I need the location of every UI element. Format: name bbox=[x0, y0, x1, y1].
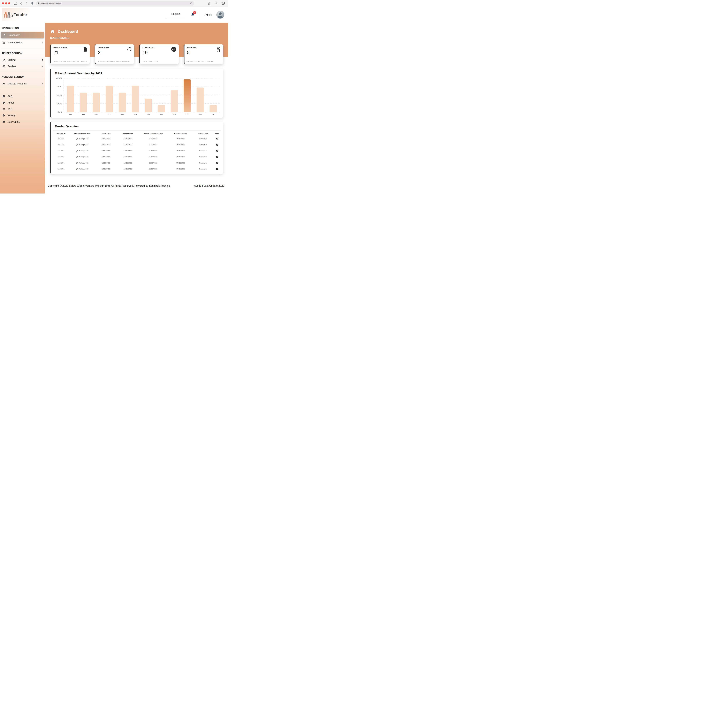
y-tick-label: RM 75 bbox=[57, 86, 62, 88]
svg-text:?: ? bbox=[3, 95, 4, 97]
table-cell: 12/12/2022 bbox=[95, 150, 117, 152]
view-button[interactable] bbox=[213, 168, 221, 170]
table-row: abc1234QA Package 47212/12/202216/12/202… bbox=[53, 154, 221, 160]
check-circle-icon bbox=[171, 47, 176, 52]
bar-slot bbox=[168, 78, 181, 112]
view-button[interactable] bbox=[213, 144, 221, 146]
table-cell: abc1234 bbox=[53, 150, 69, 152]
view-button[interactable] bbox=[213, 138, 221, 140]
sidebar-item-tc[interactable]: T&C bbox=[0, 106, 45, 112]
view-button[interactable] bbox=[213, 150, 221, 152]
logo-text: yTender bbox=[11, 12, 27, 17]
table-cell: QA Package 472 bbox=[69, 150, 95, 152]
stat-card-completed: COMPLETED 10 TOTAL COMPLETED bbox=[139, 44, 179, 64]
url-text: MyTender.TenderProvider bbox=[40, 2, 61, 5]
window-close-button[interactable] bbox=[2, 2, 4, 4]
reload-icon[interactable] bbox=[190, 2, 192, 5]
stat-value: 21 bbox=[54, 50, 87, 55]
view-button[interactable] bbox=[213, 156, 221, 158]
forward-button[interactable] bbox=[24, 1, 29, 6]
user-name: Admin bbox=[205, 13, 212, 16]
table-row: abc1234QA Package 47212/12/202216/12/202… bbox=[53, 142, 221, 148]
column-header: View bbox=[213, 133, 221, 135]
chart-bars bbox=[64, 78, 220, 112]
avatar[interactable] bbox=[216, 11, 224, 18]
list-icon bbox=[2, 108, 5, 110]
share-icon[interactable] bbox=[207, 1, 211, 6]
table-cell: RM 1234.56 bbox=[167, 144, 194, 145]
bar-slot bbox=[103, 78, 116, 112]
sidebar-item-label: Privacy bbox=[8, 114, 15, 117]
stat-value: 8 bbox=[187, 50, 221, 55]
bar-slot bbox=[206, 78, 220, 112]
column-header: Package Tender Title bbox=[69, 133, 95, 135]
window-minimize-button[interactable] bbox=[5, 2, 7, 4]
y-tick-label: RM 100 bbox=[56, 78, 62, 79]
sidebar-item-dashboard[interactable]: Dashboard bbox=[1, 32, 44, 38]
table-cell: 16/12/2022 bbox=[117, 138, 139, 140]
table-cell: abc1234 bbox=[53, 156, 69, 158]
sidebar: MAIN SECTION Dashboard Tender Notice TEN… bbox=[0, 23, 45, 194]
table-cell: RM 1234.56 bbox=[167, 168, 194, 170]
chart-bar-may bbox=[119, 93, 126, 112]
page-title: Dashboard bbox=[58, 29, 78, 34]
table-cell: 25/12/2022 bbox=[139, 162, 168, 164]
shield-icon[interactable] bbox=[30, 1, 35, 6]
x-tick-label: Sept bbox=[168, 113, 180, 115]
sidebar-item-label: Dashboard bbox=[8, 34, 20, 37]
sidebar-item-bidding[interactable]: Bidding bbox=[0, 57, 45, 63]
sidebar-item-tender-notice[interactable]: Tender Notice bbox=[0, 39, 45, 46]
bar-slot bbox=[155, 78, 168, 112]
table-cell: 12/12/2022 bbox=[95, 162, 117, 164]
notification-bell-icon[interactable]: 45 bbox=[191, 13, 194, 17]
language-selector[interactable]: English bbox=[166, 12, 185, 18]
table-cell: 25/12/2022 bbox=[139, 168, 168, 170]
view-button[interactable] bbox=[213, 162, 221, 164]
table-cell: Completed bbox=[194, 150, 213, 152]
chart-bar-oct bbox=[184, 80, 191, 112]
sidebar-item-privacy[interactable]: Privacy bbox=[0, 112, 45, 119]
table-cell: abc1234 bbox=[53, 162, 69, 164]
table-cell: 25/12/2022 bbox=[139, 138, 168, 140]
address-bar[interactable]: MyTender.TenderProvider bbox=[37, 1, 194, 6]
tender-table: Package ID Package Tender Title Token Da… bbox=[53, 130, 221, 172]
chart-plot bbox=[64, 78, 220, 112]
sidebar-item-user-guide[interactable]: User Guide bbox=[0, 119, 45, 125]
table-cell: QA Package 472 bbox=[69, 156, 95, 158]
header-actions: English 45 Admin bbox=[166, 11, 224, 19]
chart-x-labels: JanFebMarAprMayJuneJulyAugSeptOctNovDec bbox=[64, 113, 220, 115]
stat-description: TOTAL COMPLETED bbox=[142, 60, 177, 62]
chevron-right-icon bbox=[42, 41, 43, 44]
table-cell: 16/12/2022 bbox=[117, 156, 139, 158]
table-cell: RM 1234.56 bbox=[167, 162, 194, 164]
table-cell: Completed bbox=[194, 144, 213, 145]
x-tick-label: Oct bbox=[181, 113, 194, 115]
chart-title: Token Amount Overview by 2022 bbox=[55, 72, 220, 75]
app-header: yTender English 45 Admin bbox=[0, 7, 228, 23]
chart-y-axis: RM 0RM 25RM 50RM 75RM 100 bbox=[55, 78, 64, 112]
stat-card-new-tenders: NEW TENDERS 21 TOTAL TENDERS IN THE CURR… bbox=[50, 44, 90, 64]
info-icon bbox=[2, 101, 5, 104]
sidebar-item-faq[interactable]: ? FAQ bbox=[0, 93, 45, 99]
new-tab-icon[interactable] bbox=[214, 1, 219, 6]
tab-overview-icon[interactable] bbox=[221, 1, 225, 6]
stat-card-awarded: AWARDED 8 AWARDED TENDER APPLICATIONS bbox=[184, 44, 223, 64]
table-cell: 12/12/2022 bbox=[95, 168, 117, 170]
logo[interactable]: yTender bbox=[2, 8, 29, 21]
sidebar-item-tenders[interactable]: Tenders bbox=[0, 63, 45, 69]
table-cell: Completed bbox=[194, 168, 213, 170]
table-title: Tender Overview bbox=[51, 125, 223, 128]
sidebar-item-about[interactable]: About bbox=[0, 99, 45, 106]
back-button[interactable] bbox=[19, 1, 23, 6]
logo-mark-icon bbox=[4, 11, 11, 18]
stat-cards-row: NEW TENDERS 21 TOTAL TENDERS IN THE CURR… bbox=[45, 44, 228, 64]
stat-label: AWARDED bbox=[187, 47, 221, 49]
table-cell: RM 1234.56 bbox=[167, 138, 194, 140]
table-cell: 16/12/2022 bbox=[117, 144, 139, 145]
sidebar-item-manage-accounts[interactable]: Manage Accounts bbox=[0, 80, 45, 87]
table-cell: 25/12/2022 bbox=[139, 156, 168, 158]
window-zoom-button[interactable] bbox=[8, 2, 10, 4]
table-cell: 16/12/2022 bbox=[117, 162, 139, 164]
x-tick-label: May bbox=[116, 113, 129, 115]
sidebar-toggle-icon[interactable] bbox=[13, 1, 17, 6]
